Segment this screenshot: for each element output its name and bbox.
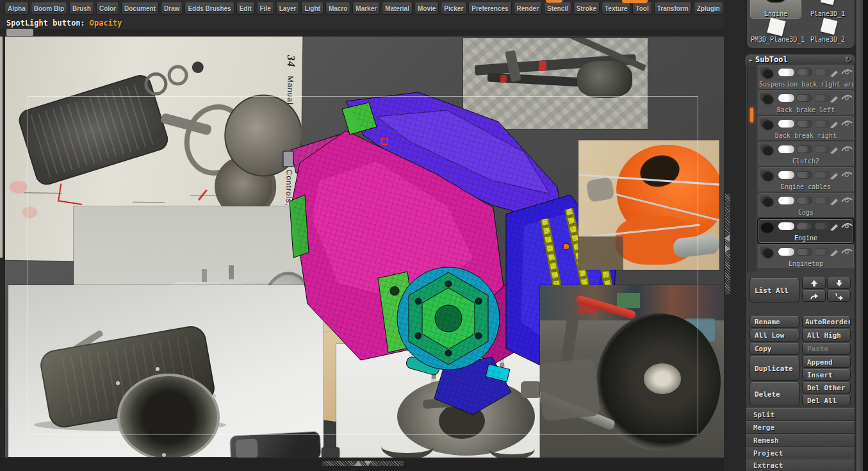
uv-toggle[interactable] xyxy=(796,248,812,256)
uv-toggle[interactable] xyxy=(796,145,812,153)
polypaint-toggle[interactable] xyxy=(778,120,794,128)
uv-toggle[interactable] xyxy=(796,171,812,179)
subtool-item[interactable]: Engine_cables xyxy=(758,167,854,192)
menu-texture[interactable]: Texture xyxy=(602,3,630,15)
menu-draw[interactable]: Draw xyxy=(161,3,183,15)
menu-tool[interactable]: Tool xyxy=(632,3,651,15)
menu-material[interactable]: Material xyxy=(382,3,413,15)
visibility-eye-icon[interactable] xyxy=(841,222,853,231)
tool-tile-pm3d-plane3d-1[interactable]: PM3D_Plane3D_1 xyxy=(751,18,801,44)
scroll-left-arrow-icon[interactable] xyxy=(725,235,730,242)
displacement-toggle[interactable] xyxy=(814,171,830,179)
visibility-eye-icon[interactable] xyxy=(841,197,853,205)
subtool-item[interactable]: Suspension_back_right_arm xyxy=(758,65,854,90)
menu-macro[interactable]: Macro xyxy=(325,3,350,15)
menu-transform[interactable]: Transform xyxy=(654,3,692,15)
subtool-item[interactable]: Back_break_right xyxy=(758,116,854,141)
delete-button[interactable]: Delete xyxy=(749,382,799,406)
menu-light[interactable]: Light xyxy=(301,3,323,15)
menu-picker[interactable]: Picker xyxy=(441,3,466,15)
subtool-item[interactable]: Cogs xyxy=(758,193,854,218)
list-all-button[interactable]: List All xyxy=(749,278,799,302)
vertical-scrollbar[interactable] xyxy=(725,194,730,295)
paintbrush-icon[interactable] xyxy=(829,171,840,180)
subtool-item-selected[interactable]: Engine xyxy=(758,219,854,244)
menu-brush[interactable]: Brush xyxy=(69,3,94,15)
paintbrush-icon[interactable] xyxy=(829,69,840,78)
subtool-item[interactable]: Enginetop xyxy=(758,244,854,269)
displacement-toggle[interactable] xyxy=(814,222,830,230)
copy-button[interactable]: Copy xyxy=(749,343,799,355)
paintbrush-icon[interactable] xyxy=(829,145,840,154)
displacement-toggle[interactable] xyxy=(814,145,830,153)
menu-render[interactable]: Render xyxy=(514,3,542,15)
section-split[interactable]: Split xyxy=(746,408,855,421)
uv-toggle[interactable] xyxy=(796,197,812,204)
all-low-button[interactable]: All Low xyxy=(749,329,799,342)
visibility-eye-icon[interactable] xyxy=(841,94,853,103)
section-project[interactable]: Project xyxy=(746,447,855,459)
subtool-item[interactable]: Clutch2 xyxy=(758,142,854,167)
menu-boom-bip[interactable]: Boom Bip xyxy=(31,3,67,15)
paste-button[interactable]: Paste xyxy=(802,343,851,355)
menu-color[interactable]: Color xyxy=(96,3,119,15)
move-down-button[interactable] xyxy=(827,277,851,289)
document-canvas[interactable]: 34 Manual Transmission - Controls, Case … xyxy=(5,37,724,458)
all-high-button[interactable]: All High xyxy=(802,329,851,342)
uv-toggle[interactable] xyxy=(796,94,812,102)
horizontal-scrollbar[interactable] xyxy=(322,461,404,466)
visibility-eye-icon[interactable] xyxy=(841,145,853,154)
subtool-header[interactable]: ▸ SubTool ↻ xyxy=(745,54,855,65)
section-merge[interactable]: Merge xyxy=(746,421,855,434)
del-all-button[interactable]: Del All xyxy=(802,395,851,406)
displacement-toggle[interactable] xyxy=(814,197,830,204)
paintbrush-icon[interactable] xyxy=(829,197,840,206)
menu-preferences[interactable]: Preferences xyxy=(468,3,511,15)
polypaint-toggle[interactable] xyxy=(778,69,794,76)
paintbrush-icon[interactable] xyxy=(829,222,840,231)
refresh-icon[interactable]: ↻ xyxy=(845,55,851,64)
menu-layer[interactable]: Layer xyxy=(276,3,300,15)
polypaint-toggle[interactable] xyxy=(778,222,794,230)
displacement-toggle[interactable] xyxy=(814,69,830,76)
menu-stencil[interactable]: Stencil xyxy=(544,3,571,15)
autoreorder-button[interactable]: AutoReorder xyxy=(802,316,851,328)
tray-divider-tab[interactable] xyxy=(546,0,562,3)
scroll-down-arrow-icon[interactable] xyxy=(364,461,372,466)
visibility-eye-icon[interactable] xyxy=(841,248,853,256)
menu-movie[interactable]: Movie xyxy=(414,3,439,15)
collapse-arrow-icon[interactable]: ▸ xyxy=(749,56,753,63)
move-to-top-button[interactable] xyxy=(802,290,826,302)
menu-stroke[interactable]: Stroke xyxy=(573,3,600,15)
insert-button[interactable]: Insert xyxy=(802,369,851,381)
move-up-button[interactable] xyxy=(802,277,826,289)
displacement-toggle[interactable] xyxy=(814,120,830,128)
menu-marker[interactable]: Marker xyxy=(352,3,380,15)
menu-file[interactable]: File xyxy=(257,3,274,15)
uv-toggle[interactable] xyxy=(796,222,812,230)
visibility-eye-icon[interactable] xyxy=(841,171,853,179)
rename-button[interactable]: Rename xyxy=(749,316,799,328)
tool-tile-plane3d-1[interactable]: Plane3D_1 xyxy=(803,0,853,18)
uv-toggle[interactable] xyxy=(796,120,812,128)
scroll-right-arrow-icon[interactable] xyxy=(725,245,730,252)
shelf-scrollbar[interactable] xyxy=(856,0,863,471)
menu-document[interactable]: Document xyxy=(121,3,159,15)
displacement-toggle[interactable] xyxy=(814,94,830,102)
section-extract[interactable]: Extract xyxy=(746,459,855,471)
tool-tile-plane3d-2[interactable]: Plane3D_2 xyxy=(803,18,853,44)
displacement-toggle[interactable] xyxy=(814,248,830,256)
polypaint-toggle[interactable] xyxy=(778,145,794,153)
paintbrush-icon[interactable] xyxy=(829,120,840,129)
scroll-up-arrow-icon[interactable] xyxy=(354,461,362,466)
visibility-eye-icon[interactable] xyxy=(841,69,853,77)
del-other-button[interactable]: Del Other xyxy=(802,382,851,393)
visibility-eye-icon[interactable] xyxy=(841,120,853,128)
subtool-item[interactable]: Back_brake_left xyxy=(758,90,854,115)
section-remesh[interactable]: Remesh xyxy=(746,434,855,447)
menu-zplugin[interactable]: Zplugin xyxy=(694,3,723,15)
subtool-scroll-track[interactable] xyxy=(747,66,756,272)
move-to-bottom-button[interactable] xyxy=(827,290,851,302)
polypaint-toggle[interactable] xyxy=(778,197,794,204)
subtool-scroll-thumb[interactable] xyxy=(750,108,753,122)
